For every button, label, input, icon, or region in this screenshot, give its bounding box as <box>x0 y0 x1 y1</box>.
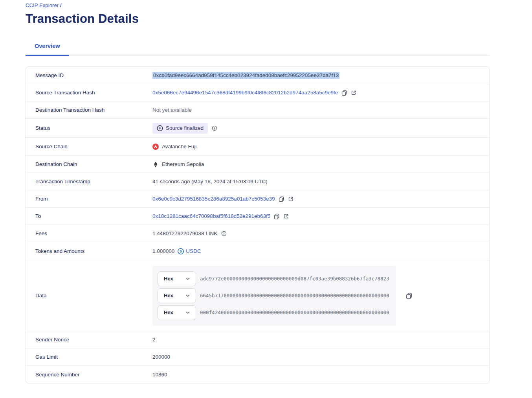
sender-nonce-label: Sender Nonce <box>26 337 152 343</box>
ethereum-logo-icon <box>152 161 159 168</box>
to-label: To <box>26 213 152 219</box>
row-fees: Fees 1.4480127922079038 LINK <box>26 225 489 242</box>
hex-format-select[interactable]: Hex <box>158 271 196 286</box>
breadcrumb-ccip-explorer-link[interactable]: CCIP Explorer <box>26 2 59 8</box>
breadcrumb-separator: / <box>60 2 62 8</box>
fees-value: 1.4480127922079038 LINK <box>152 230 217 236</box>
row-message-id: Message ID 0xcb0fad9eec6664ad959f145cc4e… <box>26 67 489 84</box>
data-hex-line: 6645b71700000000000000000000000000000000… <box>200 293 389 298</box>
data-hex-line: 000f424000000000000000000000000000000000… <box>200 310 389 315</box>
dest-chain-value: Ethereum Sepolia <box>162 161 204 167</box>
tokens-label: Tokens and Amounts <box>26 248 152 254</box>
dest-chain-label: Destination Chain <box>26 161 152 167</box>
row-from: From 0x6e0c9c3d279516835c286a8925a01ab7c… <box>26 190 489 208</box>
transaction-details-page: CCIP Explorer / Transaction Details Over… <box>0 0 532 383</box>
row-source-transaction-hash: Source Transaction Hash 0x5e066ec7e94496… <box>26 84 489 101</box>
chevron-down-icon <box>185 310 191 315</box>
row-gas-limit: Gas Limit 200000 <box>26 348 489 366</box>
dest-tx-hash-label: Destination Transaction Hash <box>26 107 152 113</box>
data-line: Hex 6645b7170000000000000000000000000000… <box>158 288 391 303</box>
data-hex-box: Hex adc9772e0000000000000000000000009d08… <box>152 266 396 326</box>
from-label: From <box>26 196 152 202</box>
row-sequence-number: Sequence Number 10860 <box>26 366 489 383</box>
source-tx-hash-label: Source Transaction Hash <box>26 90 152 96</box>
row-data: Data Hex adc9772e00000000000000000000000… <box>26 260 489 331</box>
hex-format-select[interactable]: Hex <box>158 305 196 320</box>
hex-format-select[interactable]: Hex <box>158 288 196 303</box>
timestamp-label: Transaction Timestamp <box>26 179 152 184</box>
to-address-link[interactable]: 0x18c1281caac64c70098baf5f618d52e291eb63… <box>152 213 270 219</box>
tab-bar: Overview <box>26 39 490 56</box>
from-address-link[interactable]: 0x6e0c9c3d279516835c286a8925a01ab7c5053e… <box>152 196 275 202</box>
row-tokens-and-amounts: Tokens and Amounts 1.000000 USDC <box>26 242 489 260</box>
copy-icon[interactable] <box>405 292 413 299</box>
gas-limit-value: 200000 <box>152 354 170 360</box>
row-to: To 0x18c1281caac64c70098baf5f618d52e291e… <box>26 208 489 225</box>
page-title: Transaction Details <box>26 12 532 26</box>
timestamp-value: 41 seconds ago (May 16, 2024 at 15:03:09… <box>152 179 268 184</box>
external-link-icon[interactable] <box>288 196 294 202</box>
chevron-down-icon <box>185 293 191 298</box>
status-badge: Source finalized <box>152 123 208 134</box>
status-info-icon[interactable] <box>212 125 217 131</box>
external-link-icon[interactable] <box>350 90 357 96</box>
hex-select-value: Hex <box>164 276 173 282</box>
message-id-label: Message ID <box>26 72 152 78</box>
token-symbol-link[interactable]: USDC <box>186 248 201 254</box>
message-id-value: 0xcb0fad9eec6664ad959f145cc4eb023924fade… <box>152 72 339 79</box>
source-tx-hash-link[interactable]: 0x5e066ec7e94496e1547c368df4199b9f0c4f8f… <box>152 90 338 96</box>
dest-tx-hash-value: Not yet available <box>152 107 192 113</box>
status-label: Status <box>26 125 152 131</box>
fees-info-icon[interactable] <box>221 231 227 236</box>
source-chain-value: Avalanche Fuji <box>162 144 196 149</box>
row-transaction-timestamp: Transaction Timestamp 41 seconds ago (Ma… <box>26 173 489 190</box>
data-line: Hex adc9772e0000000000000000000000009d08… <box>158 271 391 286</box>
row-sender-nonce: Sender Nonce 2 <box>26 331 489 348</box>
finality-bars-icon <box>157 125 163 131</box>
row-source-chain: Source Chain Avalanche Fuji <box>26 138 489 156</box>
transaction-details-card: Message ID 0xcb0fad9eec6664ad959f145cc4e… <box>26 66 490 383</box>
source-chain-label: Source Chain <box>26 144 152 149</box>
copy-icon[interactable] <box>341 90 347 96</box>
row-destination-transaction-hash: Destination Transaction Hash Not yet ava… <box>26 101 489 119</box>
external-link-icon[interactable] <box>283 213 289 219</box>
tab-overview[interactable]: Overview <box>26 39 69 56</box>
row-status: Status Source finalized <box>26 119 489 138</box>
sequence-number-label: Sequence Number <box>26 372 152 378</box>
token-amount: 1.000000 <box>152 248 174 254</box>
hex-select-value: Hex <box>164 293 173 298</box>
gas-limit-label: Gas Limit <box>26 354 152 360</box>
copy-icon[interactable] <box>278 196 284 202</box>
avalanche-logo-icon <box>152 144 159 150</box>
sender-nonce-value: 2 <box>152 337 156 343</box>
usdc-logo-icon <box>178 248 184 254</box>
sequence-number-value: 10860 <box>152 372 167 378</box>
data-line: Hex 000f42400000000000000000000000000000… <box>158 305 391 320</box>
row-destination-chain: Destination Chain Ethereum Sepolia <box>26 156 489 173</box>
copy-icon[interactable] <box>273 213 280 219</box>
breadcrumb: CCIP Explorer / <box>26 2 532 8</box>
status-badge-text: Source finalized <box>166 125 204 131</box>
hex-select-value: Hex <box>164 310 173 315</box>
chevron-down-icon <box>185 276 191 282</box>
data-label: Data <box>26 293 152 298</box>
fees-label: Fees <box>26 230 152 236</box>
data-hex-line: adc9772e0000000000000000000000009d087fc0… <box>200 276 389 282</box>
